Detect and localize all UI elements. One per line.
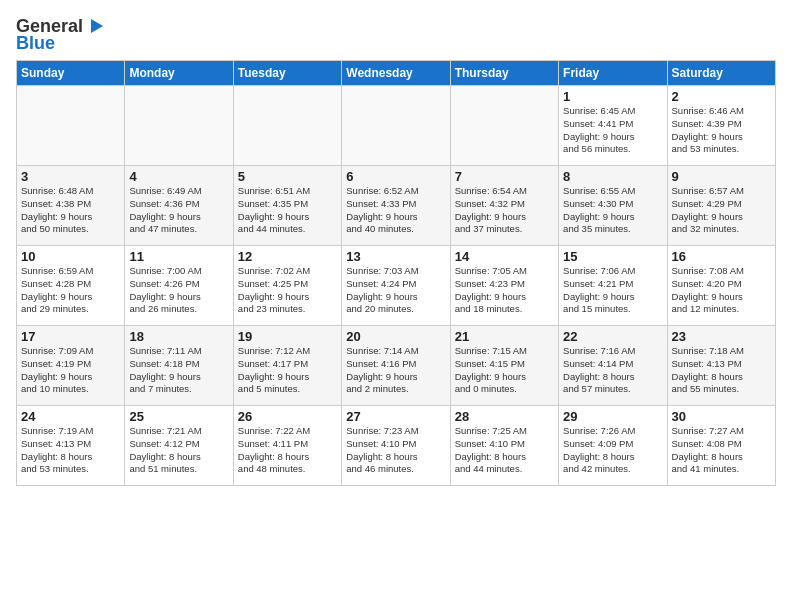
day-info: Sunrise: 7:11 AM Sunset: 4:18 PM Dayligh… (129, 345, 228, 396)
day-info: Sunrise: 7:06 AM Sunset: 4:21 PM Dayligh… (563, 265, 662, 316)
calendar-cell: 18Sunrise: 7:11 AM Sunset: 4:18 PM Dayli… (125, 326, 233, 406)
calendar-cell: 29Sunrise: 7:26 AM Sunset: 4:09 PM Dayli… (559, 406, 667, 486)
day-number: 26 (238, 409, 337, 424)
day-info: Sunrise: 7:02 AM Sunset: 4:25 PM Dayligh… (238, 265, 337, 316)
day-info: Sunrise: 6:48 AM Sunset: 4:38 PM Dayligh… (21, 185, 120, 236)
day-info: Sunrise: 6:52 AM Sunset: 4:33 PM Dayligh… (346, 185, 445, 236)
logo: General Blue (16, 16, 107, 54)
day-number: 24 (21, 409, 120, 424)
day-number: 5 (238, 169, 337, 184)
calendar-cell: 11Sunrise: 7:00 AM Sunset: 4:26 PM Dayli… (125, 246, 233, 326)
calendar-cell (450, 86, 558, 166)
day-info: Sunrise: 7:08 AM Sunset: 4:20 PM Dayligh… (672, 265, 771, 316)
calendar-cell (233, 86, 341, 166)
svg-marker-0 (91, 19, 103, 33)
calendar-cell: 27Sunrise: 7:23 AM Sunset: 4:10 PM Dayli… (342, 406, 450, 486)
day-number: 14 (455, 249, 554, 264)
day-info: Sunrise: 7:12 AM Sunset: 4:17 PM Dayligh… (238, 345, 337, 396)
day-info: Sunrise: 7:23 AM Sunset: 4:10 PM Dayligh… (346, 425, 445, 476)
weekday-header-thursday: Thursday (450, 61, 558, 86)
calendar-cell: 7Sunrise: 6:54 AM Sunset: 4:32 PM Daylig… (450, 166, 558, 246)
day-info: Sunrise: 7:16 AM Sunset: 4:14 PM Dayligh… (563, 345, 662, 396)
day-info: Sunrise: 6:54 AM Sunset: 4:32 PM Dayligh… (455, 185, 554, 236)
day-number: 27 (346, 409, 445, 424)
day-number: 6 (346, 169, 445, 184)
day-number: 22 (563, 329, 662, 344)
calendar-cell: 20Sunrise: 7:14 AM Sunset: 4:16 PM Dayli… (342, 326, 450, 406)
day-info: Sunrise: 6:49 AM Sunset: 4:36 PM Dayligh… (129, 185, 228, 236)
day-number: 30 (672, 409, 771, 424)
day-info: Sunrise: 6:46 AM Sunset: 4:39 PM Dayligh… (672, 105, 771, 156)
day-number: 4 (129, 169, 228, 184)
calendar-table: SundayMondayTuesdayWednesdayThursdayFrid… (16, 60, 776, 486)
day-number: 9 (672, 169, 771, 184)
calendar-cell: 17Sunrise: 7:09 AM Sunset: 4:19 PM Dayli… (17, 326, 125, 406)
day-number: 2 (672, 89, 771, 104)
day-number: 20 (346, 329, 445, 344)
day-info: Sunrise: 7:22 AM Sunset: 4:11 PM Dayligh… (238, 425, 337, 476)
day-info: Sunrise: 7:26 AM Sunset: 4:09 PM Dayligh… (563, 425, 662, 476)
day-number: 11 (129, 249, 228, 264)
page-header: General Blue (16, 16, 776, 54)
day-number: 17 (21, 329, 120, 344)
day-info: Sunrise: 7:25 AM Sunset: 4:10 PM Dayligh… (455, 425, 554, 476)
calendar-week-2: 3Sunrise: 6:48 AM Sunset: 4:38 PM Daylig… (17, 166, 776, 246)
day-number: 8 (563, 169, 662, 184)
day-info: Sunrise: 7:21 AM Sunset: 4:12 PM Dayligh… (129, 425, 228, 476)
calendar-cell: 2Sunrise: 6:46 AM Sunset: 4:39 PM Daylig… (667, 86, 775, 166)
calendar-cell: 3Sunrise: 6:48 AM Sunset: 4:38 PM Daylig… (17, 166, 125, 246)
day-number: 1 (563, 89, 662, 104)
day-number: 7 (455, 169, 554, 184)
day-number: 19 (238, 329, 337, 344)
calendar-cell: 13Sunrise: 7:03 AM Sunset: 4:24 PM Dayli… (342, 246, 450, 326)
weekday-header-sunday: Sunday (17, 61, 125, 86)
calendar-cell: 1Sunrise: 6:45 AM Sunset: 4:41 PM Daylig… (559, 86, 667, 166)
calendar-cell: 19Sunrise: 7:12 AM Sunset: 4:17 PM Dayli… (233, 326, 341, 406)
day-number: 29 (563, 409, 662, 424)
logo-arrow-icon (85, 15, 107, 37)
calendar-week-1: 1Sunrise: 6:45 AM Sunset: 4:41 PM Daylig… (17, 86, 776, 166)
calendar-cell: 30Sunrise: 7:27 AM Sunset: 4:08 PM Dayli… (667, 406, 775, 486)
calendar-cell (17, 86, 125, 166)
day-info: Sunrise: 6:51 AM Sunset: 4:35 PM Dayligh… (238, 185, 337, 236)
day-number: 13 (346, 249, 445, 264)
calendar-cell: 23Sunrise: 7:18 AM Sunset: 4:13 PM Dayli… (667, 326, 775, 406)
calendar-cell: 12Sunrise: 7:02 AM Sunset: 4:25 PM Dayli… (233, 246, 341, 326)
weekday-header-wednesday: Wednesday (342, 61, 450, 86)
calendar-cell: 15Sunrise: 7:06 AM Sunset: 4:21 PM Dayli… (559, 246, 667, 326)
day-number: 12 (238, 249, 337, 264)
weekday-header-friday: Friday (559, 61, 667, 86)
day-info: Sunrise: 6:59 AM Sunset: 4:28 PM Dayligh… (21, 265, 120, 316)
day-number: 23 (672, 329, 771, 344)
day-number: 21 (455, 329, 554, 344)
day-info: Sunrise: 7:00 AM Sunset: 4:26 PM Dayligh… (129, 265, 228, 316)
calendar-cell: 28Sunrise: 7:25 AM Sunset: 4:10 PM Dayli… (450, 406, 558, 486)
calendar-cell: 21Sunrise: 7:15 AM Sunset: 4:15 PM Dayli… (450, 326, 558, 406)
calendar-week-5: 24Sunrise: 7:19 AM Sunset: 4:13 PM Dayli… (17, 406, 776, 486)
day-info: Sunrise: 7:03 AM Sunset: 4:24 PM Dayligh… (346, 265, 445, 316)
day-number: 15 (563, 249, 662, 264)
day-info: Sunrise: 7:05 AM Sunset: 4:23 PM Dayligh… (455, 265, 554, 316)
logo-text-blue: Blue (16, 33, 55, 54)
day-number: 18 (129, 329, 228, 344)
calendar-week-4: 17Sunrise: 7:09 AM Sunset: 4:19 PM Dayli… (17, 326, 776, 406)
day-number: 3 (21, 169, 120, 184)
day-info: Sunrise: 6:57 AM Sunset: 4:29 PM Dayligh… (672, 185, 771, 236)
calendar-cell: 22Sunrise: 7:16 AM Sunset: 4:14 PM Dayli… (559, 326, 667, 406)
calendar-week-3: 10Sunrise: 6:59 AM Sunset: 4:28 PM Dayli… (17, 246, 776, 326)
calendar-cell: 10Sunrise: 6:59 AM Sunset: 4:28 PM Dayli… (17, 246, 125, 326)
day-number: 28 (455, 409, 554, 424)
day-number: 10 (21, 249, 120, 264)
calendar-cell: 4Sunrise: 6:49 AM Sunset: 4:36 PM Daylig… (125, 166, 233, 246)
calendar-cell: 5Sunrise: 6:51 AM Sunset: 4:35 PM Daylig… (233, 166, 341, 246)
day-info: Sunrise: 7:27 AM Sunset: 4:08 PM Dayligh… (672, 425, 771, 476)
day-number: 25 (129, 409, 228, 424)
calendar-cell: 25Sunrise: 7:21 AM Sunset: 4:12 PM Dayli… (125, 406, 233, 486)
day-info: Sunrise: 7:15 AM Sunset: 4:15 PM Dayligh… (455, 345, 554, 396)
calendar-cell: 14Sunrise: 7:05 AM Sunset: 4:23 PM Dayli… (450, 246, 558, 326)
calendar-cell: 8Sunrise: 6:55 AM Sunset: 4:30 PM Daylig… (559, 166, 667, 246)
calendar-cell (342, 86, 450, 166)
calendar-cell: 16Sunrise: 7:08 AM Sunset: 4:20 PM Dayli… (667, 246, 775, 326)
day-info: Sunrise: 7:19 AM Sunset: 4:13 PM Dayligh… (21, 425, 120, 476)
calendar-cell: 26Sunrise: 7:22 AM Sunset: 4:11 PM Dayli… (233, 406, 341, 486)
